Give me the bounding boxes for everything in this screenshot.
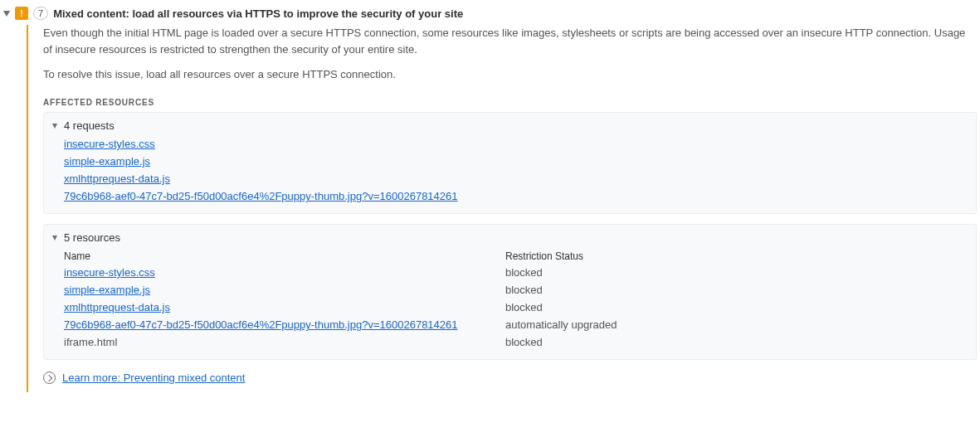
issue-description-p2: To resolve this issue, load all resource…: [43, 66, 973, 83]
restriction-status: automatically upgraded: [505, 318, 968, 331]
resources-table: Name Restriction Status insecure-styles.…: [52, 247, 968, 351]
issue-body: Even though the initial HTML page is loa…: [27, 25, 977, 392]
chevron-down-icon[interactable]: [52, 124, 57, 129]
column-header-status: Restriction Status: [505, 250, 968, 262]
restriction-status: blocked: [505, 284, 968, 296]
resource-name: iframe.html: [64, 336, 117, 348]
learn-more-row: Learn more: Preventing mixed content: [43, 372, 977, 384]
request-link[interactable]: xmlhttprequest-data.js: [64, 172, 170, 185]
chevron-down-icon[interactable]: [52, 236, 57, 240]
chevron-down-icon[interactable]: [3, 11, 10, 17]
requests-count-label: 4 requests: [64, 119, 115, 132]
resources-count-label: 5 resources: [64, 231, 120, 244]
resource-link[interactable]: 79c6b968-aef0-47c7-bd25-f50d00acf6e4%2Fp…: [64, 318, 458, 331]
issue-description-p1: Even though the initial HTML page is loa…: [43, 25, 973, 58]
table-row: 79c6b968-aef0-47c7-bd25-f50d00acf6e4%2Fp…: [64, 316, 968, 333]
requests-group-header[interactable]: 4 requests: [52, 119, 968, 132]
affected-resources-heading: AFFECTED RESOURCES: [43, 98, 977, 107]
table-header-row: Name Restriction Status: [64, 247, 968, 264]
list-item: simple-example.js: [64, 153, 968, 170]
arrow-right-circle-icon: [43, 372, 56, 384]
table-row: simple-example.js blocked: [64, 281, 968, 299]
issue-title: Mixed content: load all resources via HT…: [53, 7, 463, 20]
table-row: iframe.html blocked: [64, 333, 968, 351]
request-link[interactable]: simple-example.js: [64, 155, 150, 168]
table-row: xmlhttprequest-data.js blocked: [64, 299, 968, 316]
restriction-status: blocked: [505, 266, 968, 279]
learn-more-link[interactable]: Learn more: Preventing mixed content: [62, 372, 245, 384]
issue-count-badge: 7: [33, 7, 48, 20]
request-link[interactable]: insecure-styles.css: [64, 138, 155, 150]
list-item: insecure-styles.css: [64, 135, 968, 153]
issue-header[interactable]: 7 Mixed content: load all resources via …: [3, 7, 977, 25]
list-item: xmlhttprequest-data.js: [64, 170, 968, 187]
resource-link[interactable]: insecure-styles.css: [64, 266, 155, 279]
resource-link[interactable]: xmlhttprequest-data.js: [64, 301, 170, 313]
requests-group: 4 requests insecure-styles.css simple-ex…: [43, 112, 977, 214]
resources-group: 5 resources Name Restriction Status inse…: [43, 224, 977, 360]
restriction-status: blocked: [505, 336, 968, 348]
restriction-status: blocked: [505, 301, 968, 313]
resource-link[interactable]: simple-example.js: [64, 284, 150, 296]
resources-group-header[interactable]: 5 resources: [52, 231, 968, 244]
table-row: insecure-styles.css blocked: [64, 264, 968, 281]
requests-list: insecure-styles.css simple-example.js xm…: [52, 135, 968, 205]
warning-icon: [15, 7, 28, 20]
issue-item: 7 Mixed content: load all resources via …: [0, 0, 980, 399]
list-item: 79c6b968-aef0-47c7-bd25-f50d00acf6e4%2Fp…: [64, 187, 968, 205]
request-link[interactable]: 79c6b968-aef0-47c7-bd25-f50d00acf6e4%2Fp…: [64, 190, 458, 202]
column-header-name: Name: [64, 250, 505, 262]
